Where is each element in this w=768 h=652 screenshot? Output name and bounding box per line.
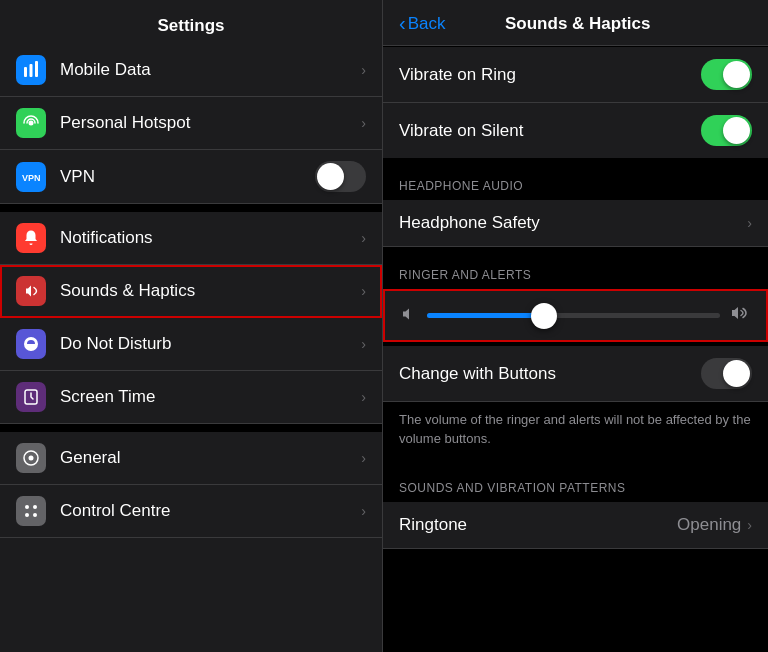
separator-2 [0,424,382,432]
change-with-buttons-item: Change with Buttons [383,346,768,402]
notifications-icon [16,223,46,253]
control-centre-icon [16,496,46,526]
vibrate-ring-label: Vibrate on Ring [399,65,701,85]
svg-point-11 [33,513,37,517]
vibrate-silent-toggle[interactable] [701,115,752,146]
vibrate-section: Vibrate on Ring Vibrate on Silent [383,47,768,158]
sidebar-item-vpn[interactable]: VPN VPN [0,150,382,204]
control-centre-chevron: › [361,503,366,519]
do-not-disturb-icon [16,329,46,359]
vpn-toggle[interactable] [315,161,366,192]
back-chevron-icon: ‹ [399,12,406,35]
sidebar-item-screen-time[interactable]: Screen Time › [0,371,382,424]
sidebar-item-do-not-disturb[interactable]: Do Not Disturb › [0,318,382,371]
svg-point-10 [25,513,29,517]
headphone-safety-label: Headphone Safety [399,213,747,233]
ringer-slider-track[interactable] [427,313,720,318]
general-label: General [60,448,361,468]
volume-low-icon [401,306,417,325]
sounds-vibration-header: SOUNDS AND VIBRATION PATTERNS [383,460,768,502]
svg-rect-0 [24,67,27,77]
general-icon [16,443,46,473]
ringtone-label: Ringtone [399,515,677,535]
sounds-label: Sounds & Haptics [60,281,361,301]
svg-point-3 [29,121,34,126]
sidebar-item-general[interactable]: General › [0,432,382,485]
personal-hotspot-label: Personal Hotspot [60,113,361,133]
ringtone-value: Opening [677,515,741,535]
change-with-buttons-toggle[interactable] [701,358,752,389]
headphone-safety-item[interactable]: Headphone Safety › [383,200,768,247]
sidebar-item-notifications[interactable]: Notifications › [0,212,382,265]
back-button[interactable]: ‹ Back [399,12,445,35]
settings-left-panel: Settings Mobile Data › Personal Hotspot … [0,0,383,652]
sounds-vibration-label: SOUNDS AND VIBRATION PATTERNS [399,481,626,495]
sounds-vibration-section: SOUNDS AND VIBRATION PATTERNS Ringtone O… [383,460,768,549]
do-not-disturb-chevron: › [361,336,366,352]
mobile-data-label: Mobile Data [60,60,361,80]
vibrate-silent-item: Vibrate on Silent [383,103,768,158]
ringtone-item[interactable]: Ringtone Opening › [383,502,768,549]
mobile-data-icon [16,55,46,85]
left-panel-title: Settings [157,16,224,35]
ringer-alerts-label: RINGER AND ALERTS [399,268,531,282]
vibrate-silent-label: Vibrate on Silent [399,121,701,141]
sounds-icon [16,276,46,306]
right-header: ‹ Back Sounds & Haptics [383,0,768,46]
ringer-slider-thumb[interactable] [531,303,557,329]
vibrate-ring-toggle[interactable] [701,59,752,90]
change-with-buttons-description: The volume of the ringer and alerts will… [383,402,768,460]
general-chevron: › [361,450,366,466]
svg-point-8 [25,505,29,509]
personal-hotspot-icon [16,108,46,138]
sidebar-item-control-centre[interactable]: Control Centre › [0,485,382,538]
change-with-buttons-desc-text: The volume of the ringer and alerts will… [399,412,751,446]
vpn-icon: VPN [16,162,46,192]
personal-hotspot-chevron: › [361,115,366,131]
headphone-audio-label: HEADPHONE AUDIO [399,179,523,193]
sounds-haptics-panel: ‹ Back Sounds & Haptics Vibrate on Ring … [383,0,768,652]
notifications-label: Notifications [60,228,361,248]
sidebar-item-sounds[interactable]: Sounds & Haptics › [0,265,382,318]
headphone-audio-section-header: HEADPHONE AUDIO [383,158,768,200]
notifications-chevron: › [361,230,366,246]
svg-point-9 [33,505,37,509]
control-centre-label: Control Centre [60,501,361,521]
ringer-slider-container [383,289,768,342]
mobile-data-chevron: › [361,62,366,78]
volume-high-icon [730,305,750,326]
do-not-disturb-label: Do Not Disturb [60,334,361,354]
ringtone-chevron-icon: › [747,517,752,533]
svg-text:VPN: VPN [22,173,40,183]
sidebar-item-personal-hotspot[interactable]: Personal Hotspot › [0,97,382,150]
screen-time-label: Screen Time [60,387,361,407]
svg-rect-1 [30,64,33,77]
back-label: Back [408,14,446,34]
sounds-chevron: › [361,283,366,299]
ringer-alerts-section: RINGER AND ALERTS [383,247,768,346]
change-with-buttons-label: Change with Buttons [399,364,701,384]
vpn-label: VPN [60,167,315,187]
svg-point-7 [29,456,34,461]
right-content: Vibrate on Ring Vibrate on Silent HEADPH… [383,46,768,652]
screen-time-icon [16,382,46,412]
headphone-chevron-icon: › [747,215,752,231]
ringer-slider-fill [427,313,544,318]
vibrate-ring-item: Vibrate on Ring [383,47,768,103]
sidebar-item-mobile-data[interactable]: Mobile Data › [0,44,382,97]
left-header: Settings [0,0,382,44]
ringer-alerts-header: RINGER AND ALERTS [383,247,768,289]
svg-rect-2 [35,61,38,77]
right-panel-title: Sounds & Haptics [453,14,702,34]
settings-list: Mobile Data › Personal Hotspot › VPN VPN [0,44,382,652]
separator-1 [0,204,382,212]
screen-time-chevron: › [361,389,366,405]
